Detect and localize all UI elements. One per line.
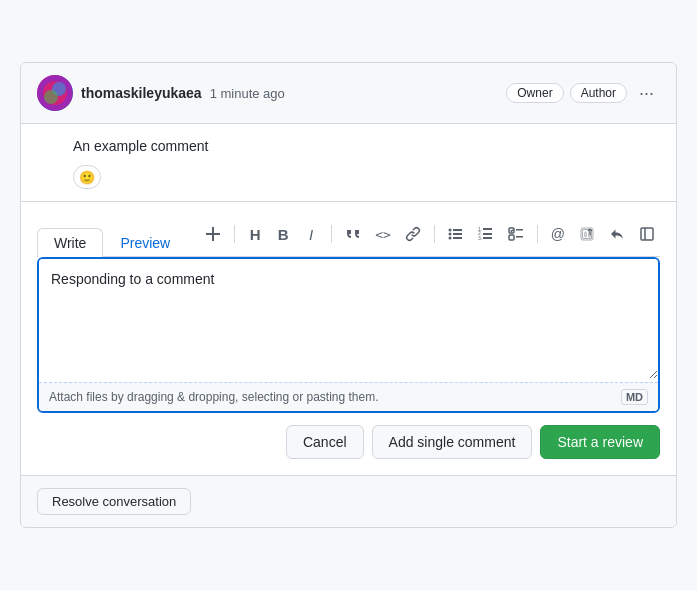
svg-rect-21 — [516, 236, 523, 238]
start-review-button[interactable]: Start a review — [540, 425, 660, 459]
svg-rect-19 — [509, 235, 514, 240]
toolbar-sep-3 — [434, 225, 435, 243]
toolbar-heading-button[interactable]: H — [243, 222, 267, 246]
attach-row: Attach files by dragging & dropping, sel… — [39, 382, 658, 411]
toolbar-ol-button[interactable]: 1.2.3. — [473, 222, 499, 246]
svg-point-10 — [448, 237, 451, 240]
svg-rect-15 — [483, 233, 492, 235]
toolbar-italic-button[interactable]: I — [299, 222, 323, 246]
toolbar-ul-button[interactable] — [443, 222, 469, 246]
svg-point-8 — [448, 233, 451, 236]
resolve-conversation-button[interactable]: Resolve conversation — [37, 488, 191, 515]
attach-text: Attach files by dragging & dropping, sel… — [49, 390, 379, 404]
editor-tabs: Write Preview H B I <> — [37, 214, 660, 257]
toolbar-ref-button[interactable] — [574, 222, 600, 246]
reply-editor: Write Preview H B I <> — [21, 201, 676, 475]
reply-textarea[interactable] — [39, 259, 658, 379]
svg-rect-13 — [483, 228, 492, 230]
avatar — [37, 75, 73, 111]
author-name: thomaskileyukaea — [81, 85, 202, 101]
owner-badge: Owner — [506, 83, 563, 103]
editor-area-wrapper: Attach files by dragging & dropping, sel… — [37, 257, 660, 413]
toolbar-edit-button[interactable] — [634, 222, 660, 246]
toolbar-sep-4 — [537, 225, 538, 243]
svg-rect-23 — [641, 228, 653, 240]
toolbar-add-button[interactable] — [200, 222, 226, 246]
toolbar-sep-2 — [331, 225, 332, 243]
author-meta: thomaskileyukaea 1 minute ago — [81, 85, 285, 101]
smiley-icon: 🙂 — [79, 170, 95, 185]
toolbar-mention-button[interactable]: @ — [546, 222, 570, 246]
comment-text: An example comment — [73, 136, 660, 157]
svg-rect-17 — [483, 237, 492, 239]
svg-rect-5 — [206, 233, 220, 235]
comment-card: thomaskileyukaea 1 minute ago Owner Auth… — [20, 62, 677, 528]
svg-rect-11 — [453, 237, 462, 239]
toolbar-bold-button[interactable]: B — [271, 222, 295, 246]
toolbar-code-button[interactable]: <> — [370, 222, 396, 246]
svg-rect-20 — [516, 229, 523, 231]
toolbar-link-button[interactable] — [400, 222, 426, 246]
actions-row: Cancel Add single comment Start a review — [37, 413, 660, 463]
comment-header: thomaskileyukaea 1 minute ago Owner Auth… — [21, 63, 676, 124]
emoji-reaction-button[interactable]: 🙂 — [73, 165, 101, 189]
toolbar-reply-button[interactable] — [604, 222, 630, 246]
markdown-icon: MD — [621, 389, 648, 405]
svg-text:3.: 3. — [478, 235, 482, 241]
resolve-row: Resolve conversation — [21, 475, 676, 527]
svg-point-6 — [448, 229, 451, 232]
editor-toolbar: H B I <> 1.2.3. — [200, 214, 660, 252]
author-left: thomaskileyukaea 1 minute ago — [37, 75, 285, 111]
comment-timestamp: 1 minute ago — [210, 86, 285, 101]
toolbar-quote-button[interactable] — [340, 222, 366, 246]
svg-rect-7 — [453, 229, 462, 231]
cancel-button[interactable]: Cancel — [286, 425, 364, 459]
more-options-button[interactable]: ··· — [633, 82, 660, 104]
preview-tab[interactable]: Preview — [103, 228, 187, 257]
toolbar-sep-1 — [234, 225, 235, 243]
badges-group: Owner Author ··· — [506, 82, 660, 104]
author-badge: Author — [570, 83, 627, 103]
author-row: thomaskileyukaea 1 minute ago Owner Auth… — [37, 75, 660, 111]
write-tab[interactable]: Write — [37, 228, 103, 257]
svg-rect-9 — [453, 233, 462, 235]
comment-body: An example comment 🙂 — [21, 124, 676, 201]
toolbar-tasklist-button[interactable] — [503, 222, 529, 246]
add-single-comment-button[interactable]: Add single comment — [372, 425, 533, 459]
svg-point-3 — [44, 90, 58, 104]
